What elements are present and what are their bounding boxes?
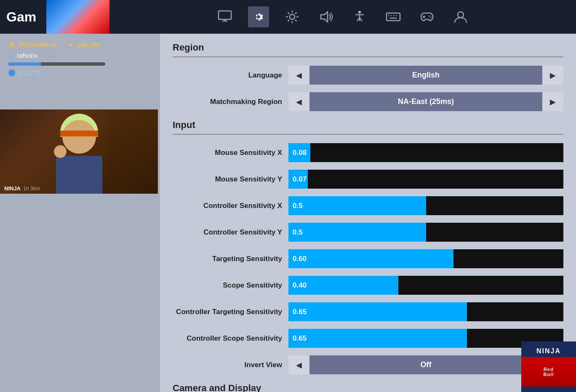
settings-panel: Region Language ◀ English ▶ Matchmaking … — [160, 34, 576, 392]
targeting-sensitivity-row: Targeting Sensitivity 0.60 — [173, 249, 563, 268]
circle-icon: ⊙ — [8, 52, 13, 59]
webcam-background — [0, 109, 158, 194]
controller-targeting-sensitivity-row: Controller Targeting Sensitivity 0.65 — [173, 302, 563, 321]
input-section-header: Input — [173, 120, 563, 135]
controller-scope-sensitivity-label: Controller Scope Sensitivity — [173, 334, 282, 343]
mouse-sensitivity-x-row: Mouse Sensitivity X 0.08 — [173, 143, 563, 162]
controller-sensitivity-x-value: 0.5 — [293, 202, 303, 210]
mouse-sensitivity-y-value: 0.07 — [293, 175, 307, 184]
svg-point-3 — [290, 14, 295, 19]
ninja-brand-name: NINJA — [536, 347, 561, 355]
top-navigation-bar: Gam — [0, 0, 576, 34]
game-title: Gam — [6, 9, 36, 25]
svg-rect-0 — [219, 11, 231, 19]
mouse-sensitivity-y-slider[interactable]: 0.07 — [288, 170, 563, 189]
region-section-header: Region — [173, 42, 563, 57]
svg-point-24 — [458, 12, 464, 18]
language-control: ◀ English ▶ — [288, 66, 563, 85]
matchmaking-region-row: Matchmaking Region ◀ NA-East (25ms) ▶ — [173, 92, 563, 111]
input-section: Input Mouse Sensitivity X 0.08 Mouse Sen… — [173, 120, 563, 374]
invert-view-value: Off — [309, 355, 542, 374]
matchmaking-region-control: ◀ NA-East (25ms) ▶ — [288, 92, 563, 111]
targeting-sensitivity-slider[interactable]: 0.60 — [288, 249, 563, 268]
player-name-row: ♛ lilcharilerup • ★ 158,100 — [8, 40, 152, 49]
mouse-sensitivity-x-fill: 0.08 — [288, 143, 310, 162]
accessibility-icon[interactable] — [349, 6, 370, 27]
targeting-sensitivity-fill: 0.60 — [288, 249, 453, 268]
controller-targeting-sensitivity-label: Controller Targeting Sensitivity — [173, 308, 282, 316]
player-sub-row: ⊙ rafsonx • 1x — [8, 51, 152, 59]
scope-sensitivity-label: Scope Sensitivity — [173, 281, 282, 290]
matchmaking-region-value: NA-East (25ms) — [309, 92, 542, 111]
controller-sensitivity-y-row: Controller Sensitivity Y 0.5 — [173, 223, 563, 242]
region-section: Region Language ◀ English ▶ Matchmaking … — [173, 42, 563, 111]
targeting-sensitivity-value: 0.60 — [293, 255, 307, 263]
mouse-sensitivity-y-row: Mouse Sensitivity Y 0.07 — [173, 170, 563, 189]
matchmaking-region-prev-button[interactable]: ◀ — [288, 92, 309, 111]
thumbnail-image — [46, 0, 109, 34]
profile-icon[interactable] — [450, 6, 471, 27]
player-sub-name: rafsonx — [17, 52, 37, 59]
svg-line-9 — [295, 20, 297, 21]
svg-marker-12 — [321, 12, 328, 22]
svg-rect-14 — [387, 13, 400, 21]
camera-display-section-header: Camera and Display — [173, 383, 563, 392]
controller-scope-sensitivity-row: Controller Scope Sensitivity 0.65 — [173, 329, 563, 348]
crown-icon: ♛ — [8, 40, 15, 49]
player-stars: 158,100 — [77, 41, 100, 48]
controller-sensitivity-y-value: 0.5 — [293, 228, 303, 237]
brightness-icon[interactable] — [282, 6, 303, 27]
controller-sensitivity-x-label: Controller Sensitivity X — [173, 202, 282, 210]
controller-sensitivity-x-fill: 0.5 — [288, 196, 426, 215]
matchmaking-region-label: Matchmaking Region — [173, 98, 282, 106]
keyboard-icon[interactable] — [383, 6, 404, 27]
mouse-sensitivity-x-label: Mouse Sensitivity X — [173, 149, 282, 157]
language-value: English — [309, 66, 542, 85]
monitor-icon[interactable] — [214, 6, 235, 27]
language-next-button[interactable]: ▶ — [542, 66, 563, 85]
mouse-sensitivity-x-slider[interactable]: 0.08 — [288, 143, 563, 162]
language-row: Language ◀ English ▶ — [173, 66, 563, 85]
webcam-overlay: NINJA 1h 36m — [0, 109, 158, 194]
xp-bar-fill — [8, 62, 41, 66]
controller-sensitivity-y-label: Controller Sensitivity Y — [173, 228, 282, 237]
volume-icon[interactable] — [315, 6, 336, 27]
controller-icon[interactable] — [416, 6, 437, 27]
controller-sensitivity-y-slider[interactable]: 0.5 — [288, 223, 563, 242]
webcam-stream-time: 1h 36m — [23, 186, 40, 192]
game-title-area: Gam — [0, 0, 109, 34]
gear-icon[interactable] — [248, 6, 269, 27]
invert-view-label: Invert View — [173, 361, 282, 369]
separator: • — [61, 41, 64, 48]
left-sidebar: ♛ lilcharilerup • ★ 158,100 ⊙ rafsonx • … — [0, 34, 160, 392]
sub-separator: • — [42, 51, 45, 59]
controller-sensitivity-x-slider[interactable]: 0.5 — [288, 196, 563, 215]
matchmaking-region-next-button[interactable]: ▶ — [542, 92, 563, 111]
nav-icons-group — [109, 6, 576, 27]
xp-bar-container — [8, 62, 105, 66]
svg-point-13 — [358, 11, 361, 14]
scope-sensitivity-slider[interactable]: 0.40 — [288, 276, 563, 295]
currency-icon — [8, 69, 15, 76]
controller-targeting-sensitivity-slider[interactable]: 0.65 — [288, 302, 563, 321]
camera-display-section: Camera and Display Streamer Mode ◀ On ▶ — [173, 383, 563, 392]
controller-scope-sensitivity-fill: 0.65 — [288, 329, 467, 348]
sub-level: 1x — [49, 52, 56, 59]
invert-view-prev-button[interactable]: ◀ — [288, 355, 309, 374]
game-thumbnail — [46, 0, 109, 34]
scope-sensitivity-value: 0.40 — [293, 281, 307, 290]
player-name: lilcharilerup — [19, 41, 57, 48]
svg-line-10 — [295, 13, 297, 14]
mouse-sensitivity-y-label: Mouse Sensitivity Y — [173, 175, 282, 184]
controller-targeting-sensitivity-fill: 0.65 — [288, 302, 467, 321]
invert-view-row: Invert View ◀ Off ▶ — [173, 355, 563, 374]
language-prev-button[interactable]: ◀ — [288, 66, 309, 85]
svg-line-8 — [288, 13, 290, 14]
controller-sensitivity-y-fill: 0.5 — [288, 223, 426, 242]
svg-point-22 — [429, 16, 430, 17]
controller-scope-sensitivity-value: 0.65 — [293, 334, 307, 343]
stars-icon: ★ — [68, 41, 74, 48]
language-label: Language — [173, 71, 282, 80]
mouse-sensitivity-x-value: 0.08 — [293, 149, 307, 157]
main-content: ♛ lilcharilerup • ★ 158,100 ⊙ rafsonx • … — [0, 34, 576, 392]
